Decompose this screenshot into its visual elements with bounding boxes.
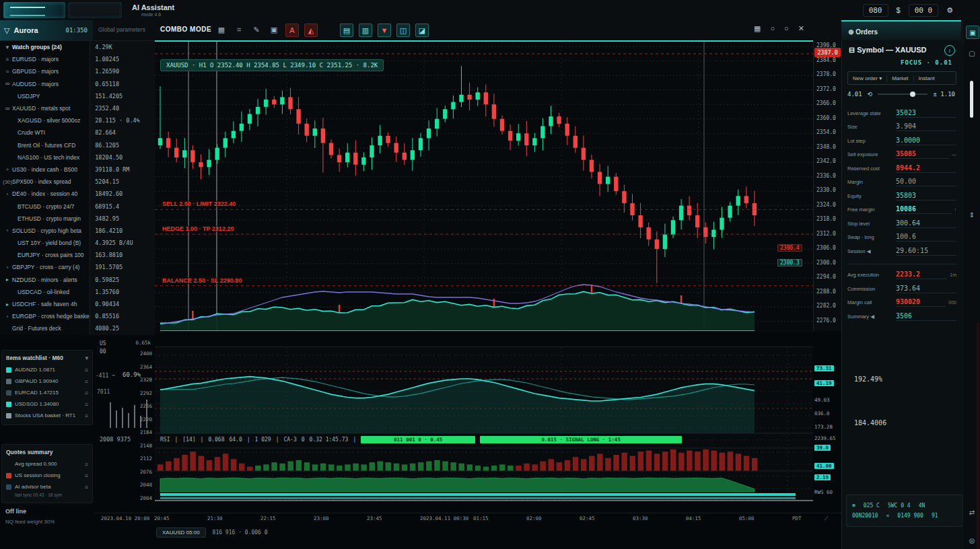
price-axis[interactable]: 2390.02384.02378.02372.02366.02360.02354… <box>813 40 842 331</box>
order-type-segment[interactable]: Instant <box>914 75 940 81</box>
drag-handle-icon[interactable]: ≡ <box>85 401 88 408</box>
tree-row[interactable]: Brent Oil · futures CFD86.1205 <box>0 139 155 151</box>
candlestick-chart[interactable] <box>155 42 813 331</box>
watchlist-item[interactable]: AUDNZD 1.0871≡ <box>2 364 92 375</box>
chart-type-icon[interactable]: ▥ <box>359 24 372 37</box>
scrollbar-thumb[interactable] <box>970 81 973 118</box>
order-field-row[interactable]: Leverage state35023 <box>847 106 956 120</box>
quotes-item[interactable]: US session closing≡ <box>2 470 92 481</box>
strip-tool-icon[interactable]: ◎ <box>966 534 978 546</box>
drag-handle-icon[interactable]: ≡ <box>85 472 88 479</box>
orders-panel-header[interactable]: ⊕ Orders <box>841 20 961 42</box>
volume-value[interactable]: 4.01 <box>847 91 862 98</box>
window-control-icon[interactable]: ○ <box>770 24 775 33</box>
tree-row[interactable]: ETHUSD · crypto margin3482.95 <box>0 213 155 225</box>
watchlist-item[interactable]: USDSGD 1.34080≡ <box>2 398 92 410</box>
drag-handle-icon[interactable]: ≡ <box>85 412 88 419</box>
tree-row[interactable]: XAGUSD · silver 5000oz28.115 · 0.4% <box>0 114 155 126</box>
tree-row[interactable]: (30)SPX500 · index spread5204.15 <box>0 176 155 188</box>
tree-row[interactable]: ›DE40 · index · session 4018492.60 <box>0 188 155 200</box>
candlestick-chart-area[interactable]: XAUUSD · H1 O 2352.40 H 2354.85 L 2349.1… <box>155 40 813 332</box>
tree-row[interactable]: ≈GBPUSD · majors1.26590 <box>0 65 155 77</box>
tree-row[interactable]: ›SOLUSD · crypto high beta186.4210 <box>0 225 155 237</box>
counter-1[interactable]: 080 <box>863 4 888 17</box>
order-field-row[interactable]: Summary ◀3506 <box>847 309 956 324</box>
app-tab-title[interactable]: AI Assistant <box>132 3 174 11</box>
combo-mode-label[interactable]: COMBO MODE <box>160 26 211 33</box>
chart-type-icon[interactable]: ▼ <box>378 24 391 37</box>
drag-handle-icon[interactable]: ≡ <box>85 390 88 396</box>
time-axis[interactable]: 2023.04.10 20:0020:4521:3022:1523:0023:4… <box>94 513 862 524</box>
tree-row[interactable]: Grid · Futures deck4080.25 <box>0 322 155 334</box>
strip-tool-icon[interactable]: ▣ <box>966 26 979 39</box>
global-parameters-label[interactable]: Global parameters <box>98 26 145 33</box>
strip-tool-icon[interactable]: ⇄ <box>966 506 978 518</box>
tool-icon[interactable]: ▦ <box>215 24 228 36</box>
tree-row[interactable]: ≔AUDUSD · majors0.65118 <box>0 78 155 90</box>
tree-row[interactable]: ▸NZDUSD · minors · alerts0.59825 <box>0 274 155 286</box>
close-icon[interactable]: ✕ <box>798 24 804 33</box>
order-field-row[interactable]: Sell exposure35085— <box>847 148 956 162</box>
drag-handle-icon[interactable]: ≡ <box>85 484 88 490</box>
tree-row[interactable]: UST 10Y · yield bond (B)4.3925 B/4U <box>0 237 155 249</box>
slider-knob[interactable] <box>910 92 915 97</box>
tool-icon[interactable]: ✎ <box>250 24 262 36</box>
tree-row[interactable]: ≔XAUUSD · metals spot2352.40 <box>0 102 155 114</box>
order-field-row[interactable]: Swap · long100.6 <box>847 231 956 245</box>
drag-handle-icon[interactable]: ≡ <box>85 378 88 385</box>
order-field-row[interactable]: Reserved cost8944.2 <box>847 161 956 176</box>
alert-tool-icon[interactable]: ◭ <box>304 24 318 37</box>
tree-row[interactable]: ▼Watch groups (24)4.29K <box>0 41 155 53</box>
tree-row[interactable]: ≡EURUSD · majors1.08245 <box>0 53 155 65</box>
tree-row[interactable]: Crude WTI82.664 <box>0 126 155 139</box>
order-field-row[interactable]: Avg execution2233.21m <box>847 268 956 283</box>
strip-tool-icon[interactable]: ⇕ <box>966 209 978 221</box>
tree-row[interactable]: ▸USDCHF · safe haven 4h0.90434 <box>0 298 155 310</box>
order-field-row[interactable]: Session ◀29.60:15 <box>847 244 956 258</box>
window-control-icon[interactable]: ○ <box>784 24 789 33</box>
tree-row[interactable]: ›EURGBP · cross hedge basket0.85516 <box>0 310 155 322</box>
sidebar-header[interactable]: ▽ Aurora 01:350 <box>0 20 93 40</box>
gear-icon[interactable]: ⚙ <box>946 6 953 15</box>
strip-signal-block[interactable]: 011 001 0 · 0.45 <box>361 436 475 443</box>
app-logo[interactable] <box>3 2 65 18</box>
window-control-icon[interactable]: ▦ <box>754 24 761 33</box>
tree-row[interactable]: BTCUSD · crypto 24/768915.4 <box>0 200 155 212</box>
tree-row[interactable]: NAS100 · US tech index18204.50 <box>0 151 155 163</box>
drag-handle-icon[interactable]: ≡ <box>85 461 88 468</box>
alert-tool-icon[interactable]: A <box>285 24 299 37</box>
tool-icon[interactable]: ⌗ <box>233 24 245 36</box>
trend-icon[interactable]: ⟋ <box>825 515 828 522</box>
tree-row[interactable]: USDJPY151.4205 <box>0 90 155 102</box>
order-field-row[interactable]: Lot step3.0000 <box>847 134 956 148</box>
tree-row[interactable]: EURJPY · cross pairs 100163.8810 <box>0 249 155 261</box>
selected-candle-box[interactable]: XAUUSD 05:00 <box>156 527 206 538</box>
strip-tool-icon[interactable]: ▢ <box>966 47 978 59</box>
quotes-item[interactable]: AI advisor beta≡ <box>2 481 92 492</box>
chart-type-icon[interactable]: ◪ <box>415 24 429 37</box>
order-field-row[interactable]: Stop level300.64 <box>847 217 956 231</box>
indicator-panel[interactable] <box>155 346 813 502</box>
chart-type-icon[interactable]: ◫ <box>396 24 410 37</box>
tool-icon[interactable]: ▣ <box>268 24 280 36</box>
order-type-segment[interactable]: New order ▾ <box>848 75 887 81</box>
tree-row[interactable]: USDCAD · oil-linked1.35760 <box>0 286 155 298</box>
deviation-value[interactable]: ± 1.10 <box>933 91 955 98</box>
watchlist-item[interactable]: GBPAUD 1.90940≡ <box>2 375 92 387</box>
drag-handle-icon[interactable]: ≡ <box>85 367 88 373</box>
watchlist-item[interactable]: Stocks USA basket · RT1≡ <box>2 410 92 421</box>
order-field-row[interactable]: Equity35803 <box>847 189 956 203</box>
volume-slider[interactable] <box>878 94 928 95</box>
order-field-row[interactable]: Commission373.64 <box>847 282 956 296</box>
order-field-row[interactable]: Size3.904 <box>847 120 956 135</box>
order-type-segment[interactable]: Market <box>887 75 913 81</box>
info-badge-icon[interactable]: i <box>944 45 955 56</box>
refresh-icon[interactable]: ⟲ <box>868 91 873 98</box>
order-field-row[interactable]: Margin call930020000 <box>847 296 956 310</box>
chart-type-icon[interactable]: ▤ <box>340 24 353 37</box>
order-field-row[interactable]: Margin50.00 <box>847 176 956 190</box>
watchlist-item[interactable]: EURCAD 1.47215≡ <box>2 387 92 398</box>
counter-2[interactable]: 00 0 <box>909 4 939 17</box>
secondary-logo-thumb[interactable] <box>68 2 122 18</box>
tree-row[interactable]: ⌕US30 · index cash · B50039118.0 RM <box>0 163 155 176</box>
